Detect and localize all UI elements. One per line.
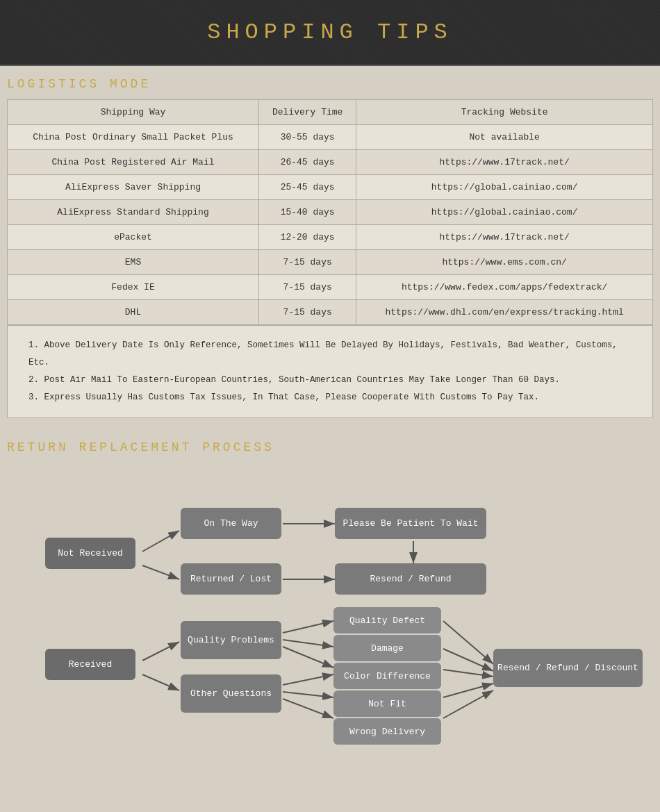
svg-line-18 — [443, 683, 493, 697]
table-cell: https://www.dhl.com/en/express/tracking.… — [356, 300, 653, 325]
damage-box: Damage — [333, 635, 441, 661]
table-cell: https://www.ems.com.cn/ — [356, 250, 653, 275]
table-cell: China Post Registered Air Mail — [8, 150, 259, 175]
not-received-box: Not Received — [45, 538, 135, 569]
table-row: ePacket12-20 dayshttps://www.17track.net… — [8, 225, 653, 250]
table-cell: https://global.cainiao.com/ — [356, 200, 653, 225]
returned-lost-box: Returned / Lost — [181, 563, 281, 595]
svg-line-17 — [443, 670, 493, 677]
svg-line-2 — [142, 531, 179, 552]
table-cell: 7-15 days — [259, 300, 356, 325]
table-row: Fedex IE7-15 dayshttps://www.fedex.com/a… — [8, 275, 653, 300]
not-fit-box: Not Fit — [333, 690, 441, 717]
quality-defect-box: Quality Defect — [333, 607, 441, 633]
svg-line-16 — [443, 649, 493, 671]
on-the-way-box: On The Way — [181, 508, 281, 539]
color-difference-box: Color Difference — [333, 663, 441, 689]
note-2: 2. Post Air Mail To Eastern-European Cou… — [28, 372, 632, 389]
table-cell: China Post Ordinary Small Packet Plus — [8, 125, 259, 150]
svg-line-15 — [443, 621, 493, 664]
table-cell: https://www.fedex.com/apps/fedextrack/ — [356, 275, 653, 300]
svg-line-14 — [283, 699, 333, 718]
flow-diagram: Not Received On The Way Returned / Lost … — [7, 463, 660, 727]
table-row: China Post Ordinary Small Packet Plus30-… — [8, 125, 653, 150]
table-row: China Post Registered Air Mail26-45 days… — [8, 150, 653, 175]
svg-line-9 — [283, 621, 333, 633]
svg-line-19 — [443, 690, 493, 718]
table-cell: https://global.cainiao.com/ — [356, 175, 653, 200]
table-cell: Not available — [356, 125, 653, 150]
page-header: SHOPPING TIPS — [0, 0, 660, 66]
logistics-table: Shipping Way Delivery Time Tracking Webs… — [7, 99, 653, 325]
other-questions-box: Other Questions — [181, 674, 281, 713]
quality-problems-box: Quality Problems — [181, 621, 281, 659]
table-row: AliExpress Saver Shipping25-45 dayshttps… — [8, 175, 653, 200]
table-cell: 26-45 days — [259, 150, 356, 175]
svg-line-12 — [283, 674, 333, 685]
table-cell: Fedex IE — [8, 275, 259, 300]
logistics-notes: 1. Above Delivery Date Is Only Reference… — [7, 325, 653, 418]
svg-line-8 — [142, 674, 179, 690]
svg-line-11 — [283, 647, 333, 668]
table-cell: 7-15 days — [259, 275, 356, 300]
table-cell: AliExpress Saver Shipping — [8, 175, 259, 200]
col-header-tracking: Tracking Website — [356, 100, 653, 125]
table-cell: 25-45 days — [259, 175, 356, 200]
return-process-section: RETURN REPLACEMENT PROCESS — [0, 429, 660, 747]
table-cell: 15-40 days — [259, 200, 356, 225]
svg-line-3 — [142, 565, 179, 579]
note-1: 1. Above Delivery Date Is Only Reference… — [28, 337, 632, 372]
table-cell: 12-20 days — [259, 225, 356, 250]
table-row: EMS7-15 dayshttps://www.ems.com.cn/ — [8, 250, 653, 275]
col-header-delivery-time: Delivery Time — [259, 100, 356, 125]
table-cell: EMS — [8, 250, 259, 275]
table-cell: DHL — [8, 300, 259, 325]
table-cell: ePacket — [8, 225, 259, 250]
svg-line-13 — [283, 692, 333, 697]
logistics-section: LOGISTICS MODE Shipping Way Delivery Tim… — [0, 66, 660, 429]
svg-line-7 — [142, 642, 179, 661]
table-cell: 30-55 days — [259, 125, 356, 150]
col-header-shipping-way: Shipping Way — [8, 100, 259, 125]
table-cell: AliExpress Standard Shipping — [8, 200, 259, 225]
wrong-delivery-box: Wrong Delivery — [333, 718, 441, 745]
table-cell: 7-15 days — [259, 250, 356, 275]
table-row: DHL7-15 dayshttps://www.dhl.com/en/expre… — [8, 300, 653, 325]
note-3: 3. Express Usually Has Customs Tax Issue… — [28, 389, 632, 406]
table-row: AliExpress Standard Shipping15-40 daysht… — [8, 200, 653, 225]
table-cell: https://www.17track.net/ — [356, 225, 653, 250]
svg-line-10 — [283, 640, 333, 647]
return-section-title: RETURN REPLACEMENT PROCESS — [7, 440, 653, 454]
table-cell: https://www.17track.net/ — [356, 150, 653, 175]
please-wait-box: Please Be Patient To Wait — [335, 508, 486, 539]
resend-refund-box: Resend / Refund — [335, 563, 486, 595]
resend-refund-discount-box: Resend / Refund / Discount — [493, 649, 643, 687]
received-box: Received — [45, 649, 135, 680]
logistics-section-title: LOGISTICS MODE — [7, 77, 653, 91]
page-title: SHOPPING TIPS — [0, 19, 660, 45]
